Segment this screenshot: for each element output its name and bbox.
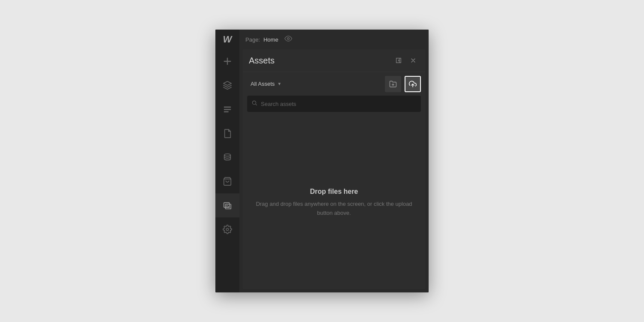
search-input-wrapper <box>247 96 421 112</box>
pages-icon <box>223 129 232 138</box>
eye-icon[interactable] <box>284 35 292 44</box>
close-icon <box>410 57 417 64</box>
app-logo: W <box>223 34 232 45</box>
new-folder-button[interactable] <box>385 76 401 92</box>
svg-point-3 <box>224 154 231 156</box>
dropdown-label: All Assets <box>251 81 275 87</box>
chevron-down-icon: ▼ <box>277 81 281 86</box>
sidebar-item-components[interactable] <box>215 73 239 97</box>
cloud-upload-icon <box>409 80 417 88</box>
svg-point-6 <box>227 205 228 206</box>
sidebar-item-database[interactable] <box>215 145 239 169</box>
main-panel: Page: Home Assets <box>239 30 429 292</box>
page-name: Home <box>263 36 278 43</box>
plus-icon <box>223 57 232 66</box>
all-assets-dropdown[interactable]: All Assets ▼ <box>247 79 285 89</box>
drop-zone-title: Drop files here <box>310 188 358 196</box>
top-bar: Page: Home <box>239 30 429 49</box>
gear-icon <box>223 225 232 234</box>
drop-zone-description: Drag and drop files anywhere on the scre… <box>251 200 417 218</box>
cart-icon <box>223 177 232 186</box>
folder-add-icon <box>389 80 397 88</box>
assets-header-icons <box>393 54 419 66</box>
search-icon <box>251 100 257 108</box>
search-bar <box>243 96 425 116</box>
svg-line-13 <box>256 104 257 105</box>
cms-icon <box>223 105 232 114</box>
svg-rect-2 <box>224 111 229 112</box>
sidebar-item-settings[interactable] <box>215 217 239 241</box>
svg-point-8 <box>287 38 289 40</box>
svg-rect-0 <box>224 107 231 108</box>
svg-point-7 <box>226 228 229 231</box>
svg-rect-1 <box>224 109 231 110</box>
sidebar-item-assets[interactable] <box>215 193 239 217</box>
assets-icon <box>223 201 232 210</box>
cube-icon <box>223 81 232 90</box>
sidebar-item-add[interactable] <box>215 49 239 73</box>
expand-panel-button[interactable] <box>393 54 405 66</box>
sidebar-item-pages[interactable] <box>215 121 239 145</box>
app-window: W <box>215 30 429 292</box>
page-label: Page: <box>245 36 260 43</box>
sidebar-logo-container: W <box>215 30 239 49</box>
drop-zone[interactable]: Drop files here Drag and drop files anyw… <box>243 116 425 289</box>
sidebar-items <box>215 49 239 241</box>
search-input[interactable] <box>261 101 417 107</box>
assets-title: Assets <box>249 56 275 66</box>
upload-button[interactable] <box>405 76 421 92</box>
panel-right-icon <box>395 57 402 64</box>
database-icon <box>223 153 232 162</box>
svg-point-12 <box>252 101 256 104</box>
close-panel-button[interactable] <box>407 54 419 66</box>
assets-panel: Assets All Assets ▼ <box>243 49 425 289</box>
sidebar-item-ecommerce[interactable] <box>215 169 239 193</box>
sidebar-item-cms[interactable] <box>215 97 239 121</box>
sidebar: W <box>215 30 239 292</box>
assets-toolbar: All Assets ▼ <box>243 72 425 96</box>
assets-header: Assets <box>243 49 425 72</box>
